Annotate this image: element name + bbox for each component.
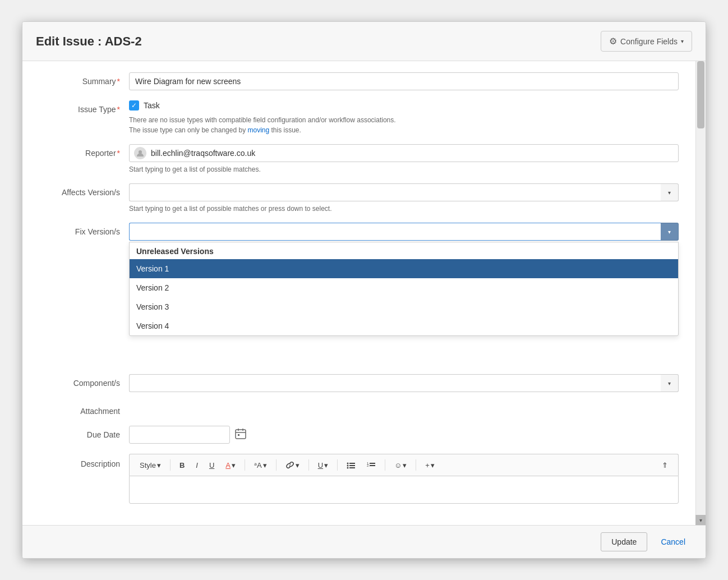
cancel-button[interactable]: Cancel	[654, 533, 692, 551]
font-size-btn[interactable]: ᵃA ▾	[250, 458, 271, 472]
reporter-avatar	[134, 147, 146, 159]
edit-issue-dialog: Edit Issue : ADS-2 ⚙ Configure Fields ▾ …	[22, 21, 706, 559]
issue-type-value: Task	[144, 101, 160, 110]
components-dropdown-btn[interactable]: ▾	[661, 374, 679, 392]
fix-version-dropdown: Unreleased Versions Version 1 Version 2 …	[129, 242, 679, 336]
style-chevron-icon: ▾	[157, 461, 161, 469]
issue-type-field: ✓ Task There are no issue types with com…	[129, 100, 679, 134]
link-icon	[285, 461, 294, 469]
issue-type-hint1: There are no issue types with compatible…	[129, 116, 679, 124]
chevron-down-icon-3: ▾	[668, 229, 671, 235]
dialog-body: Summary* Issue Type* ✓ Task	[22, 61, 706, 525]
toolbar-divider-5	[337, 459, 338, 471]
update-button[interactable]: Update	[601, 532, 647, 551]
add-chevron-icon: ▾	[431, 461, 435, 469]
due-date-label: Due Date	[39, 426, 129, 439]
summary-input[interactable]	[129, 72, 679, 90]
due-date-field	[129, 426, 679, 444]
attachment-row: Attachment	[39, 402, 679, 416]
collapse-btn[interactable]: ⇑	[657, 458, 672, 472]
affects-version-input[interactable]	[129, 183, 661, 201]
emoji-chevron-icon: ▾	[403, 461, 407, 469]
font-color-btn[interactable]: A ▾	[221, 458, 240, 472]
reporter-label: Reporter*	[39, 144, 129, 158]
bullet-list-btn[interactable]	[342, 458, 360, 472]
dropdown-item-version3[interactable]: Version 3	[130, 297, 678, 316]
dialog-footer: Update Cancel	[22, 525, 706, 558]
gear-icon: ⚙	[609, 36, 617, 47]
components-row: Component/s ▾	[39, 374, 679, 392]
affects-version-field: ▾ Start typing to get a list of possible…	[129, 183, 679, 213]
summary-row: Summary*	[39, 72, 679, 90]
configure-fields-label: Configure Fields	[620, 37, 678, 46]
font-size-chevron-icon: ▾	[263, 461, 267, 469]
dropdown-item-version4[interactable]: Version 4	[130, 316, 678, 335]
components-label: Component/s	[39, 374, 129, 388]
calendar-icon[interactable]	[234, 427, 247, 443]
form-area: Summary* Issue Type* ✓ Task	[22, 61, 695, 525]
svg-rect-11	[349, 467, 355, 468]
reporter-value: bill.echlin@traqsoftware.co.uk	[151, 149, 674, 158]
affects-version-select-wrap: ▾	[129, 183, 679, 201]
checkmark-icon: ✓	[131, 102, 137, 109]
emoji-icon: ☺	[394, 461, 402, 469]
description-editor[interactable]	[129, 476, 679, 504]
reporter-row: Reporter* bill.echlin@traqsoftware.co.uk…	[39, 144, 679, 173]
chevron-down-icon-4: ▾	[668, 380, 671, 386]
link-btn[interactable]: ▾	[281, 458, 304, 472]
dropdown-item-version2[interactable]: Version 2	[130, 278, 678, 297]
due-date-wrap	[129, 426, 679, 444]
bold-btn[interactable]: B	[175, 458, 189, 472]
fix-version-label: Fix Version/s	[39, 223, 129, 236]
affects-version-label: Affects Version/s	[39, 183, 129, 197]
style-btn[interactable]: Style ▾	[135, 458, 165, 472]
fix-version-field: ▾ Unreleased Versions Version 1	[129, 223, 679, 241]
numbered-list-icon: 1. 2.	[367, 461, 376, 469]
fix-version-dropdown-btn[interactable]: ▾	[661, 223, 679, 241]
scroll-down-arrow[interactable]: ▾	[695, 515, 706, 525]
issue-type-hint2: The issue type can only be changed by mo…	[129, 126, 679, 134]
svg-rect-15	[370, 465, 375, 466]
attachment-btn[interactable]: U ▾	[314, 458, 333, 472]
components-input[interactable]	[129, 374, 661, 392]
dropdown-item-version1[interactable]: Version 1	[130, 259, 678, 278]
issue-type-selector: ✓ Task	[129, 100, 679, 111]
numbered-list-btn[interactable]: 1. 2.	[362, 458, 380, 472]
toolbar-divider-7	[416, 459, 416, 471]
dialog-header: Edit Issue : ADS-2 ⚙ Configure Fields ▾	[22, 22, 706, 61]
toolbar-divider-1	[170, 459, 171, 471]
summary-field	[129, 72, 679, 90]
dropdown-group-header: Unreleased Versions	[130, 242, 678, 259]
add-icon: +	[425, 461, 430, 469]
summary-label: Summary*	[39, 72, 129, 86]
reporter-input-wrap[interactable]: bill.echlin@traqsoftware.co.uk	[129, 144, 679, 162]
affects-version-dropdown-btn[interactable]: ▾	[661, 183, 679, 201]
description-field: Style ▾ B I U A ▾ ᵃA	[129, 454, 679, 504]
italic-btn[interactable]: I	[191, 458, 202, 472]
attachment-chevron-icon: ▾	[324, 461, 328, 469]
affects-version-hint: Start typing to get a list of possible m…	[129, 205, 679, 213]
underline-btn[interactable]: U	[205, 458, 219, 472]
description-toolbar: Style ▾ B I U A ▾ ᵃA	[129, 454, 679, 476]
toolbar-divider-2	[245, 459, 245, 471]
task-checkbox[interactable]: ✓	[129, 100, 139, 111]
components-field: ▾	[129, 374, 679, 392]
svg-text:2.: 2.	[367, 464, 370, 467]
due-date-input[interactable]	[129, 426, 230, 444]
fix-version-input[interactable]	[129, 223, 661, 241]
configure-fields-button[interactable]: ⚙ Configure Fields ▾	[601, 31, 692, 52]
emoji-btn[interactable]: ☺ ▾	[390, 458, 411, 472]
dialog-title: Edit Issue : ADS-2	[36, 34, 142, 49]
add-btn[interactable]: + ▾	[421, 458, 439, 472]
svg-point-6	[347, 463, 349, 464]
moving-link[interactable]: moving	[247, 126, 269, 134]
required-star-3: *	[117, 149, 120, 158]
issue-type-label: Issue Type*	[39, 100, 129, 114]
fix-version-select-wrap: ▾	[129, 223, 679, 241]
description-label: Description	[39, 454, 129, 468]
svg-point-8	[347, 465, 349, 467]
scrollbar[interactable]: ▾	[695, 61, 706, 525]
svg-rect-7	[349, 463, 355, 464]
toolbar-divider-4	[308, 459, 309, 471]
toolbar-divider-3	[276, 459, 277, 471]
